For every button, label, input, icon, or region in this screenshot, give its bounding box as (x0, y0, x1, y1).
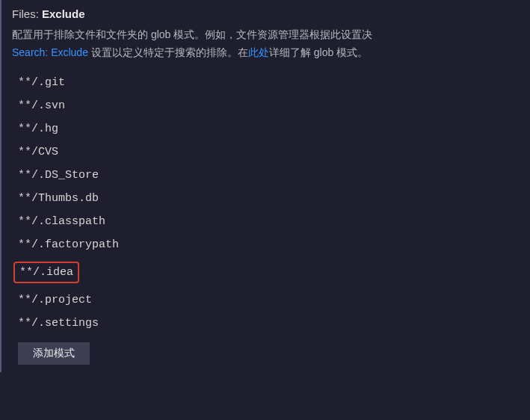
desc-text-1: 配置用于排除文件和文件夹的 glob 模式。例如，文件资源管理器根据此设置决 (12, 28, 372, 40)
pattern-text: **/.svn (18, 99, 65, 112)
list-item[interactable]: **/.settings (12, 312, 524, 335)
pattern-text-highlighted: **/.idea (13, 262, 79, 283)
list-item[interactable]: **/.factorypath (12, 233, 524, 256)
pattern-text: **/.factorypath (18, 238, 119, 251)
pattern-text: **/.DS_Store (18, 169, 99, 182)
pattern-text: **/.git (18, 76, 65, 89)
desc-text-2: 设置以定义特定于搜索的排除。在 (88, 46, 248, 58)
desc-text-3: 详细了解 glob 模式。 (269, 46, 368, 58)
setting-header: Files: Exclude (12, 7, 524, 20)
list-item[interactable]: **/.git (12, 71, 524, 94)
pattern-text: **/.settings (18, 317, 99, 330)
list-item[interactable]: **/.DS_Store (12, 164, 524, 187)
files-exclude-setting: Files: Exclude 配置用于排除文件和文件夹的 glob 模式。例如，… (0, 0, 524, 372)
pattern-text: **/Thumbs.db (18, 192, 99, 205)
setting-name: Exclude (42, 7, 85, 20)
list-item[interactable]: **/Thumbs.db (12, 187, 524, 210)
list-item[interactable]: **/.project (12, 288, 524, 312)
setting-description: 配置用于排除文件和文件夹的 glob 模式。例如，文件资源管理器根据此设置决 S… (12, 26, 524, 62)
pattern-text: **/.hg (18, 123, 58, 135)
setting-category: Files: (12, 7, 42, 20)
list-item[interactable]: **/.svn (12, 94, 524, 117)
patterns-list: **/.git **/.svn **/.hg **/CVS **/.DS_Sto… (12, 71, 524, 335)
search-exclude-link[interactable]: Search: Exclude (12, 46, 88, 58)
list-item[interactable]: **/.hg (12, 117, 524, 140)
list-item[interactable]: **/CVS (12, 140, 524, 164)
add-pattern-button[interactable]: 添加模式 (18, 342, 90, 365)
glob-docs-link[interactable]: 此处 (248, 46, 269, 58)
pattern-text: **/.classpath (18, 215, 105, 228)
pattern-text: **/.project (18, 294, 92, 306)
list-item[interactable]: **/.idea (12, 256, 524, 288)
list-item[interactable]: **/.classpath (12, 210, 524, 233)
pattern-text: **/CVS (18, 146, 58, 158)
